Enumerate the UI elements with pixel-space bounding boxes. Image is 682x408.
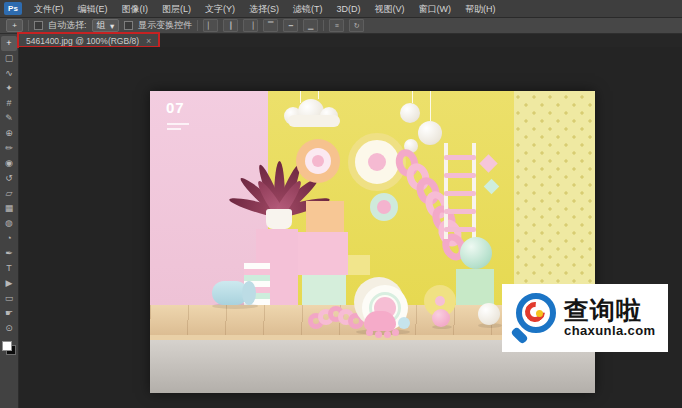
menu-image[interactable]: 图像(I) [115,1,156,17]
auto-select-label: 自动选择: [48,19,87,32]
move-tool[interactable]: + [1,36,17,51]
auto-select-checkbox[interactable] [34,21,43,30]
hanging-string [318,91,319,99]
orange-box [306,201,344,232]
pink-ball [432,309,450,327]
move-tool-options-icon: + [6,19,23,32]
magnifier-logo-icon [508,290,558,346]
color-swatches[interactable] [2,341,16,355]
hanging-string [300,91,301,103]
menu-help[interactable]: 帮助(H) [458,1,503,17]
marquee-tool[interactable]: ▢ [1,51,17,66]
watermark-text: 查询啦 chaxunla.com [564,297,656,338]
octopus-leg [392,329,399,336]
hanging-string [430,91,431,121]
watermark: 查询啦 chaxunla.com [502,284,668,352]
hand-tool[interactable]: ☛ [1,306,17,321]
distribute-icon[interactable]: ≡ [329,19,344,32]
menu-3d[interactable]: 3D(D) [330,1,368,17]
menu-edit[interactable]: 编辑(E) [71,1,115,17]
caption-line [167,128,181,130]
shape-tool[interactable]: ▭ [1,291,17,306]
logo-yellow-dot [536,310,543,317]
artwork-number: 07 [166,99,185,116]
dropdown-value: 组 [97,20,106,32]
ladder-rung [444,209,476,214]
eraser-tool[interactable]: ▱ [1,186,17,201]
eyedropper-tool[interactable]: ✎ [1,111,17,126]
options-bar: + 自动选择: 组 ▾ 显示变换控件 ▏ ┃ ▕ ▔ ━ ▁ ≡ ↻ [0,18,682,34]
tab-close-icon[interactable]: × [146,36,151,46]
align-top-edges-icon[interactable]: ▔ [263,19,278,32]
options-separator [323,20,324,31]
menu-select[interactable]: 选择(S) [242,1,286,17]
options-separator [28,20,29,31]
ladder-rung [444,227,476,232]
align-bottom-edges-icon[interactable]: ▁ [303,19,318,32]
options-separator [197,20,198,31]
quick-selection-tool[interactable]: ✦ [1,81,17,96]
watermark-brand: 查询啦 [564,297,656,324]
orange-wall-circle [296,139,340,183]
ladder-rung [444,173,476,178]
align-vertical-centers-icon[interactable]: ━ [283,19,298,32]
3d-mode-icon[interactable]: ↻ [349,19,364,32]
cylinder-cap [242,281,256,305]
type-tool[interactable]: T [1,261,17,276]
dodge-tool[interactable]: ◔ [1,231,17,246]
menu-view[interactable]: 视图(V) [368,1,412,17]
dotted-wall [514,91,595,305]
yellow-box [348,255,370,275]
menu-filter[interactable]: 滤镜(T) [286,1,330,17]
path-selection-tool[interactable]: ▶ [1,276,17,291]
mint-box [302,275,346,305]
disc-center [435,296,445,306]
tools-panel: + ▢ ∿ ✦ # ✎ ⊕ ✏ ◉ ↺ ▱ ▦ ◍ ◔ ✒ T ▶ ▭ ☛ ⊙ [0,34,19,408]
octopus-leg [375,331,382,338]
menu-layer[interactable]: 图层(L) [155,1,198,17]
align-left-edges-icon[interactable]: ▏ [203,19,218,32]
blur-tool[interactable]: ◍ [1,216,17,231]
octopus-toy [364,311,396,331]
document-tab[interactable]: 5461400.jpg @ 100%(RGB/8) × [19,34,159,47]
menu-window[interactable]: 窗口(W) [412,1,459,17]
ladder-rung [444,191,476,196]
workspace: + ▢ ∿ ✦ # ✎ ⊕ ✏ ◉ ↺ ▱ ▦ ◍ ◔ ✒ T ▶ ▭ ☛ ⊙ [0,34,682,408]
mint-sphere [460,237,492,269]
watermark-domain: chaxunla.com [564,324,656,338]
lasso-tool[interactable]: ∿ [1,66,17,81]
auto-select-target-dropdown[interactable]: 组 ▾ [92,19,120,32]
show-transform-label: 显示变换控件 [138,19,192,32]
document-tab-bar: 5461400.jpg @ 100%(RGB/8) × [19,34,682,47]
plant-pot [266,209,292,229]
chevron-down-icon: ▾ [110,21,114,31]
hanging-ball [400,103,420,123]
menu-file[interactable]: 文件(F) [27,1,71,17]
green-box [456,269,494,305]
small-blue-ball [398,317,410,329]
crop-tool[interactable]: # [1,96,17,111]
align-horizontal-centers-icon[interactable]: ┃ [223,19,238,32]
align-right-edges-icon[interactable]: ▕ [243,19,258,32]
zoom-tool[interactable]: ⊙ [1,321,17,336]
menu-bar: Ps 文件(F) 编辑(E) 图像(I) 图层(L) 文字(Y) 选择(S) 滤… [0,0,682,18]
pink-box [298,232,348,275]
caption-line [167,123,189,125]
foreground-color-swatch[interactable] [2,341,12,351]
circle-center [312,155,324,167]
show-transform-checkbox[interactable] [124,21,133,30]
menu-type[interactable]: 文字(Y) [198,1,242,17]
canvas-area: 07 [19,47,682,408]
clone-stamp-tool[interactable]: ◉ [1,156,17,171]
photoshop-window: Ps 文件(F) 编辑(E) 图像(I) 图层(L) 文字(Y) 选择(S) 滤… [0,0,682,408]
hanging-ball [418,121,442,145]
history-brush-tool[interactable]: ↺ [1,171,17,186]
document-tab-title: 5461400.jpg @ 100%(RGB/8) [26,36,139,46]
ladder-rung [444,155,476,160]
gradient-tool[interactable]: ▦ [1,201,17,216]
healing-brush-tool[interactable]: ⊕ [1,126,17,141]
mint-target-circle [370,193,398,221]
document-area: 5461400.jpg @ 100%(RGB/8) × 07 [19,34,682,408]
brush-tool[interactable]: ✏ [1,141,17,156]
pen-tool[interactable]: ✒ [1,246,17,261]
